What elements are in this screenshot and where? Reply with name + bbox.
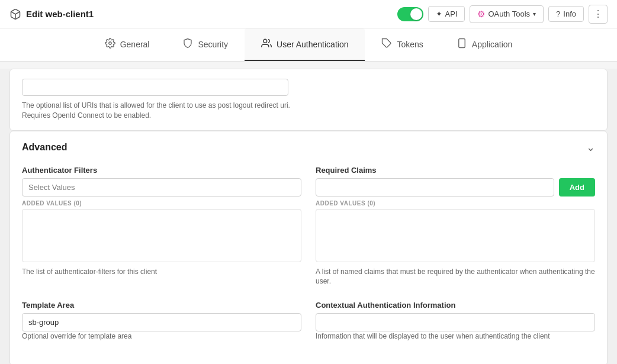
contextual-auth-field: Contextual Authentication Information In… — [316, 301, 595, 342]
dots-icon: ⋮ — [593, 8, 603, 20]
header: Edit web-client1 ✦ API ⚙ OAuth Tools ▾ ?… — [0, 0, 617, 28]
authenticator-filters-field: Authenticator Filters ADDED VALUES (0) T… — [22, 166, 301, 287]
template-area-description: Optional override for template area — [22, 331, 301, 342]
tab-general[interactable]: General — [88, 28, 166, 61]
required-claims-field: Required Claims Add ADDED VALUES (0) A l… — [316, 166, 595, 287]
post-logout-helper-text-2: Requires OpenId Connect to be enabled. — [22, 111, 595, 121]
tab-tokens-label: Tokens — [397, 40, 423, 49]
tab-user-auth-label: User Authentication — [277, 40, 348, 49]
tab-tokens[interactable]: Tokens — [365, 28, 439, 61]
post-logout-input[interactable] — [22, 79, 288, 96]
enabled-toggle[interactable] — [397, 7, 423, 21]
box-icon — [9, 8, 21, 20]
required-claims-input[interactable] — [316, 178, 554, 197]
more-options-button[interactable]: ⋮ — [589, 5, 608, 24]
template-area-label: Template Area — [22, 301, 301, 310]
authenticator-filters-description: The list of authenticator-filters for th… — [22, 267, 301, 277]
main-content: The optional list of URIs that is allowe… — [0, 69, 617, 364]
api-label: API — [445, 9, 458, 18]
header-left: Edit web-client1 — [9, 8, 94, 20]
contextual-auth-description: Information that will be displayed to th… — [316, 331, 595, 342]
info-icon: ? — [556, 9, 560, 18]
authenticator-filters-label: Authenticator Filters — [22, 166, 301, 175]
info-button[interactable]: ? Info — [548, 6, 584, 22]
authenticator-filters-input[interactable] — [22, 178, 301, 197]
svg-point-1 — [108, 42, 111, 45]
template-area-field: Template Area Optional override for temp… — [22, 301, 301, 342]
tokens-icon — [381, 38, 392, 50]
tab-general-label: General — [120, 40, 150, 49]
template-area-input[interactable] — [22, 313, 301, 331]
gear-icon: ⚙ — [477, 9, 485, 20]
required-claims-added-label: ADDED VALUES (0) — [316, 200, 595, 207]
chevron-down-icon: ▾ — [533, 11, 536, 17]
application-icon — [457, 38, 467, 50]
tabs-bar: General Security User Authentication — [0, 28, 617, 62]
required-claims-label: Required Claims — [316, 166, 595, 175]
oauth-label: OAuth Tools — [488, 9, 530, 18]
svg-rect-4 — [459, 39, 465, 48]
collapse-button[interactable]: ⌄ — [586, 141, 595, 154]
api-button[interactable]: ✦ API — [428, 6, 465, 22]
oauth-tools-button[interactable]: ⚙ OAuth Tools ▾ — [470, 5, 544, 23]
api-icon: ✦ — [436, 9, 442, 18]
authenticator-filters-added-label: ADDED VALUES (0) — [22, 200, 301, 207]
add-button[interactable]: Add — [559, 178, 595, 197]
advanced-row-2: Template Area Optional override for temp… — [22, 301, 595, 342]
required-claims-description: A list of named claims that must be requ… — [316, 267, 595, 287]
advanced-header: Advanced ⌄ — [22, 141, 595, 154]
tab-application-label: Application — [472, 40, 513, 49]
contextual-auth-input[interactable] — [316, 313, 595, 331]
tab-application[interactable]: Application — [440, 28, 529, 61]
general-icon — [105, 38, 115, 50]
required-claims-values-box — [316, 209, 595, 262]
advanced-title: Advanced — [22, 142, 67, 153]
page-title: Edit web-client1 — [26, 9, 94, 19]
user-auth-icon — [261, 38, 272, 50]
chevron-down-icon: ⌄ — [586, 141, 595, 153]
tab-security[interactable]: Security — [166, 28, 245, 61]
authenticator-filters-values-box — [22, 209, 301, 262]
required-claims-input-row: Add — [316, 178, 595, 197]
svg-point-2 — [263, 39, 267, 43]
advanced-row-1: Authenticator Filters ADDED VALUES (0) T… — [22, 166, 595, 287]
post-logout-helper-text-1: The optional list of URIs that is allowe… — [22, 101, 595, 111]
contextual-auth-label: Contextual Authentication Information — [316, 301, 595, 310]
tab-user-authentication[interactable]: User Authentication — [245, 28, 365, 61]
tab-security-label: Security — [198, 40, 228, 49]
header-right: ✦ API ⚙ OAuth Tools ▾ ? Info ⋮ — [397, 5, 608, 24]
post-logout-card: The optional list of URIs that is allowe… — [9, 69, 608, 131]
info-label: Info — [563, 9, 576, 18]
advanced-card: Advanced ⌄ Authenticator Filters ADDED V… — [9, 131, 608, 364]
security-icon — [182, 38, 193, 50]
